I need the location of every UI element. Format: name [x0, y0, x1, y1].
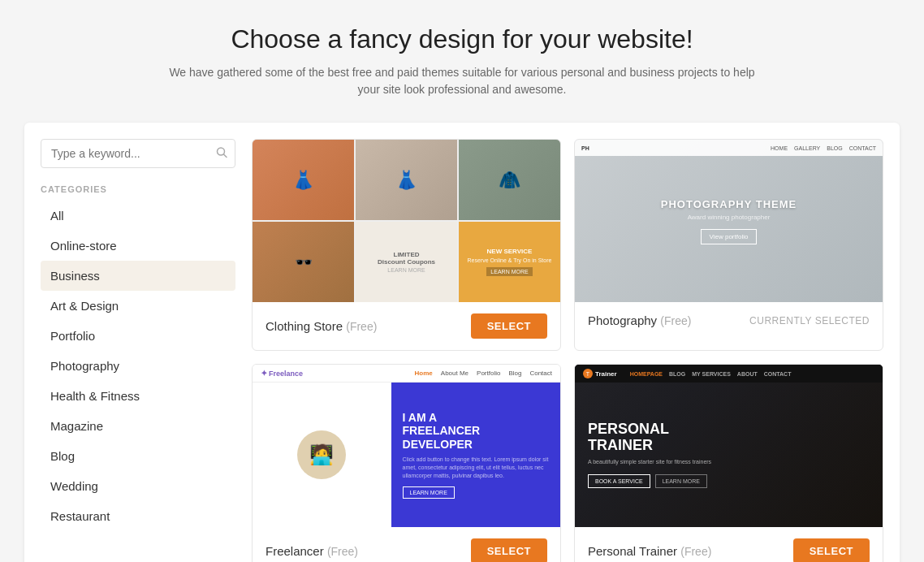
page-wrapper: Choose a fancy design for your website! … [0, 0, 924, 562]
freelancer-left: 🧑‍💻 [253, 383, 391, 527]
trainer-heading: PERSONALTRAINER [588, 422, 870, 454]
freelancer-heading: I AM AFREELANCERDEVELOPER [403, 411, 481, 452]
theme-preview-clothing-store: 👗 👗 🧥 🕶️ LIMITED Discount Coupons LEARN … [253, 140, 560, 302]
theme-card-personal-trainer: T Trainer HOMEPAGE BLOG MY SERVICES ABOU… [574, 364, 883, 562]
sidebar-item-health-fitness[interactable]: Health & Fitness [41, 381, 235, 411]
search-wrapper [41, 139, 235, 168]
theme-footer-freelancer: Freelancer (Free) SELECT [253, 527, 560, 562]
sidebar-item-magazine[interactable]: Magazine [41, 411, 235, 441]
theme-preview-personal-trainer: T Trainer HOMEPAGE BLOG MY SERVICES ABOU… [575, 365, 883, 527]
photography-nav: PH HOME GALLERY BLOG CONTACT [575, 140, 883, 156]
page-header: Choose a fancy design for your website! … [24, 24, 900, 98]
theme-name-photography: Photography (Free) [588, 313, 691, 327]
sidebar-item-portfolio[interactable]: Portfolio [41, 321, 235, 351]
themes-grid: 👗 👗 🧥 🕶️ LIMITED Discount Coupons LEARN … [252, 139, 883, 562]
trainer-sub: A beautifully simple starter site for fi… [588, 458, 750, 466]
clothing-banner1: LIMITED Discount Coupons LEARN MORE [356, 222, 457, 302]
theme-name-clothing-store: Clothing Store (Free) [266, 319, 377, 333]
clothing-preview: 👗 👗 🧥 🕶️ LIMITED Discount Coupons LEARN … [253, 140, 560, 302]
page-subtitle: We have gathered some of the best free a… [158, 64, 766, 98]
clothing-img2: 👗 [356, 140, 457, 220]
trainer-nav-items: HOMEPAGE BLOG MY SERVICES ABOUT CONTACT [630, 371, 792, 377]
select-button-personal-trainer[interactable]: SELECT [793, 538, 870, 562]
trainer-preview: T Trainer HOMEPAGE BLOG MY SERVICES ABOU… [575, 365, 883, 527]
theme-name-personal-trainer: Personal Trainer (Free) [588, 544, 711, 558]
freelancer-nav: ✦ Freelance Home About Me Portfolio Blog… [253, 365, 560, 383]
trainer-book-btn[interactable]: BOOK A SERVICE [588, 474, 650, 488]
theme-card-photography: PH HOME GALLERY BLOG CONTACT PHOTOGRAPHY… [574, 139, 883, 351]
photography-portfolio-btn[interactable]: View portfolio [701, 229, 758, 244]
theme-preview-freelancer: ✦ Freelance Home About Me Portfolio Blog… [253, 365, 560, 527]
categories-list: AllOnline-storeBusinessArt & DesignPortf… [41, 201, 235, 531]
clothing-banner2: NEW SERVICE Reserve Online & Try On in S… [459, 222, 560, 302]
sidebar-item-wedding[interactable]: Wedding [41, 471, 235, 501]
sidebar-item-business[interactable]: Business [41, 261, 235, 291]
theme-card-clothing-store: 👗 👗 🧥 🕶️ LIMITED Discount Coupons LEARN … [252, 139, 561, 351]
sidebar-item-blog[interactable]: Blog [41, 441, 235, 471]
freelancer-cta-btn[interactable]: LEARN MORE [403, 486, 455, 499]
search-input[interactable] [41, 139, 235, 168]
sidebar-item-photography[interactable]: Photography [41, 351, 235, 381]
theme-footer-photography: Photography (Free) CURRENTLY SELECTED [575, 302, 883, 339]
trainer-buttons: BOOK A SERVICE LEARN MORE [588, 474, 870, 488]
theme-footer-clothing-store: Clothing Store (Free) SELECT [253, 302, 560, 350]
select-button-clothing-store[interactable]: SELECT [471, 313, 547, 339]
sidebar: CATEGORIES AllOnline-storeBusinessArt & … [41, 139, 235, 562]
clothing-img3: 🧥 [459, 140, 560, 220]
select-button-freelancer[interactable]: SELECT [471, 538, 547, 562]
clothing-img1: 👗 [253, 140, 354, 220]
photography-preview: PH HOME GALLERY BLOG CONTACT PHOTOGRAPHY… [575, 140, 883, 302]
trainer-learn-btn[interactable]: LEARN MORE [655, 474, 707, 488]
freelancer-sub: Click add button to change this text. Lo… [403, 456, 549, 479]
sidebar-item-restaurant[interactable]: Restaurant [41, 501, 235, 531]
photography-hero: PHOTOGRAPHY THEME Award winning photogra… [661, 198, 797, 244]
theme-name-freelancer: Freelancer (Free) [266, 544, 358, 558]
trainer-body: PERSONALTRAINER A beautifully simple sta… [575, 383, 883, 527]
trainer-logo: T Trainer [583, 369, 617, 378]
freelancer-avatar: 🧑‍💻 [297, 430, 346, 479]
theme-card-freelancer: ✦ Freelance Home About Me Portfolio Blog… [252, 364, 561, 562]
sidebar-item-online-store[interactable]: Online-store [41, 231, 235, 261]
page-title: Choose a fancy design for your website! [24, 24, 900, 54]
freelancer-preview: ✦ Freelance Home About Me Portfolio Blog… [253, 365, 560, 527]
categories-label: CATEGORIES [41, 184, 235, 194]
sidebar-item-art-design[interactable]: Art & Design [41, 291, 235, 321]
trainer-logo-icon: T [583, 369, 593, 378]
theme-preview-photography: PH HOME GALLERY BLOG CONTACT PHOTOGRAPHY… [575, 140, 883, 302]
theme-footer-personal-trainer: Personal Trainer (Free) SELECT [575, 527, 883, 562]
trainer-nav: T Trainer HOMEPAGE BLOG MY SERVICES ABOU… [575, 365, 883, 383]
main-content: CATEGORIES AllOnline-storeBusinessArt & … [24, 123, 900, 562]
clothing-img4: 🕶️ [253, 222, 354, 302]
sidebar-item-all[interactable]: All [41, 201, 235, 231]
freelancer-right: I AM AFREELANCERDEVELOPER Click add butt… [391, 383, 560, 527]
currently-selected-label: CURRENTLY SELECTED [749, 315, 870, 326]
freelancer-body: 🧑‍💻 I AM AFREELANCERDEVELOPER Click add … [253, 383, 560, 527]
